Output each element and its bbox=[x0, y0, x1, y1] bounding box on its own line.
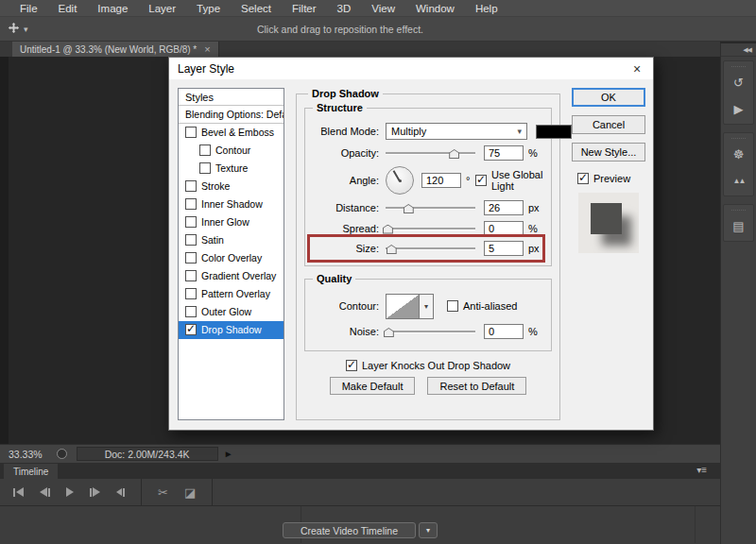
layer-knocks-out-checkbox[interactable] bbox=[346, 360, 357, 371]
make-default-button[interactable]: Make Default bbox=[330, 377, 416, 395]
timeline-type-caret-icon[interactable]: ▾ bbox=[419, 522, 438, 538]
drop-shadow-settings: Drop Shadow Structure Blend Mode: Multip… bbox=[296, 88, 560, 420]
style-checkbox[interactable] bbox=[185, 288, 197, 299]
menu-edit[interactable]: Edit bbox=[48, 3, 88, 14]
blend-mode-select[interactable]: Multiply ▾ bbox=[386, 123, 527, 140]
size-slider-thumb[interactable] bbox=[387, 245, 397, 254]
panel-grip[interactable] bbox=[731, 133, 746, 139]
menu-select[interactable]: Select bbox=[231, 3, 282, 14]
anti-aliased-checkbox[interactable] bbox=[447, 300, 458, 312]
menu-window[interactable]: Window bbox=[405, 3, 465, 14]
spread-slider-thumb[interactable] bbox=[383, 225, 393, 234]
style-checkbox[interactable] bbox=[185, 306, 197, 317]
style-checkbox[interactable] bbox=[185, 216, 197, 228]
styles-item-outer-glow[interactable]: Outer Glow bbox=[179, 303, 284, 321]
contour-picker[interactable] bbox=[386, 294, 420, 319]
styles-item-bevel-emboss[interactable]: Bevel & Emboss bbox=[179, 124, 284, 142]
menu-view[interactable]: View bbox=[361, 3, 405, 14]
distance-slider[interactable] bbox=[386, 202, 475, 213]
first-frame-button[interactable] bbox=[13, 486, 24, 498]
opacity-slider[interactable] bbox=[386, 147, 475, 159]
angle-dial[interactable] bbox=[386, 166, 414, 195]
contour-caret-icon[interactable]: ▾ bbox=[420, 294, 434, 319]
dialog-title-bar[interactable]: Layer Style × bbox=[169, 58, 653, 79]
angle-input[interactable]: 120 bbox=[421, 173, 461, 188]
zoom-level[interactable]: 33.33% bbox=[0, 449, 51, 460]
opacity-slider-thumb[interactable] bbox=[449, 149, 459, 159]
right-panel-dock: ◀◀ ↺ ▶ ☸ ▲▲ ▤ bbox=[720, 43, 756, 544]
timeline-panel-menu-icon[interactable]: ▾≡ bbox=[696, 465, 707, 475]
dialog-close-icon[interactable]: × bbox=[621, 58, 653, 79]
style-checkbox[interactable] bbox=[185, 252, 197, 264]
ok-button[interactable]: OK bbox=[572, 88, 645, 107]
noise-slider-thumb[interactable] bbox=[384, 328, 394, 337]
style-checkbox[interactable] bbox=[185, 198, 197, 210]
status-options-arrow-icon[interactable]: ► bbox=[224, 449, 233, 459]
status-icon bbox=[57, 449, 67, 459]
menu-file[interactable]: File bbox=[9, 3, 48, 14]
create-video-timeline-button[interactable]: Create Video Timeline bbox=[283, 522, 416, 538]
panel-grip[interactable] bbox=[731, 205, 746, 211]
distance-slider-thumb[interactable] bbox=[404, 204, 414, 213]
style-checkbox[interactable] bbox=[199, 162, 211, 174]
history-panel-icon[interactable]: ↺ bbox=[724, 69, 753, 95]
next-frame-button[interactable] bbox=[90, 486, 100, 498]
document-tab-close-icon[interactable]: × bbox=[204, 43, 210, 55]
split-clip-icon[interactable]: ✂ bbox=[158, 485, 168, 500]
use-global-light-checkbox[interactable] bbox=[475, 175, 487, 186]
expand-panels-icon[interactable]: ◀◀ bbox=[721, 43, 756, 57]
shadow-color-swatch[interactable] bbox=[536, 125, 572, 139]
styles-item-inner-shadow[interactable]: Inner Shadow bbox=[179, 196, 284, 213]
styles-item-pattern-overlay[interactable]: Pattern Overlay bbox=[179, 285, 284, 303]
menu-3d[interactable]: 3D bbox=[327, 3, 362, 14]
panel-group-1: ↺ ▶ bbox=[723, 60, 754, 125]
menu-image[interactable]: Image bbox=[87, 3, 138, 14]
menu-layer[interactable]: Layer bbox=[138, 3, 186, 14]
styles-item-color-overlay[interactable]: Color Overlay bbox=[179, 249, 284, 267]
menu-type[interactable]: Type bbox=[186, 3, 231, 14]
blend-mode-row: Blend Mode: Multiply ▾ bbox=[313, 121, 543, 142]
styles-item-blending-options[interactable]: Blending Options: Default bbox=[179, 106, 284, 124]
style-checkbox[interactable] bbox=[185, 127, 197, 138]
styles-item-satin[interactable]: Satin bbox=[179, 231, 284, 249]
styles-item-contour[interactable]: Contour bbox=[179, 142, 284, 160]
options-bar: ▾ Click and drag to reposition the effec… bbox=[0, 17, 756, 42]
transition-icon[interactable]: ◪ bbox=[184, 485, 196, 500]
noise-slider[interactable] bbox=[386, 326, 475, 337]
distance-input[interactable]: 26 bbox=[484, 200, 524, 215]
cancel-button[interactable]: Cancel bbox=[572, 115, 645, 134]
mute-audio-button[interactable] bbox=[116, 486, 125, 498]
styles-item-inner-glow[interactable]: Inner Glow bbox=[179, 213, 284, 231]
structure-group-label: Structure bbox=[313, 102, 367, 113]
menu-help[interactable]: Help bbox=[465, 3, 508, 14]
new-style-button[interactable]: New Style... bbox=[572, 143, 645, 162]
style-checkbox[interactable] bbox=[185, 270, 197, 281]
style-checkbox[interactable] bbox=[199, 144, 211, 156]
spread-input[interactable]: 0 bbox=[484, 221, 524, 236]
style-checkbox[interactable] bbox=[185, 234, 197, 246]
play-button[interactable] bbox=[66, 486, 74, 498]
actions-panel-icon[interactable]: ▶ bbox=[724, 95, 753, 122]
preview-checkbox[interactable] bbox=[577, 173, 589, 184]
noise-row: Noise: 0 % bbox=[313, 321, 543, 342]
panel-grip[interactable] bbox=[731, 61, 746, 67]
size-input[interactable]: 5 bbox=[484, 241, 524, 256]
style-checkbox[interactable] bbox=[185, 180, 197, 192]
timeline-tab[interactable]: Timeline bbox=[4, 464, 58, 479]
styles-item-gradient-overlay[interactable]: Gradient Overlay bbox=[179, 267, 284, 285]
menu-filter[interactable]: Filter bbox=[282, 3, 327, 14]
histogram-panel-icon[interactable]: ▲▲ bbox=[724, 167, 753, 194]
noise-input[interactable]: 0 bbox=[484, 324, 524, 339]
opacity-input[interactable]: 75 bbox=[484, 145, 524, 161]
styles-item-drop-shadow[interactable]: Drop Shadow bbox=[179, 321, 284, 339]
size-slider[interactable] bbox=[386, 243, 475, 254]
document-tab[interactable]: Untitled-1 @ 33.3% (New World, RGB/8) * … bbox=[12, 42, 219, 57]
styles-item-stroke[interactable]: Stroke bbox=[179, 178, 284, 196]
styles-item-texture[interactable]: Texture bbox=[179, 160, 284, 178]
previous-frame-button[interactable] bbox=[40, 486, 50, 498]
style-checkbox[interactable] bbox=[185, 324, 197, 335]
properties-panel-icon[interactable]: ▤ bbox=[724, 212, 753, 239]
reset-to-default-button[interactable]: Reset to Default bbox=[427, 377, 526, 395]
adjustments-panel-icon[interactable]: ☸ bbox=[724, 141, 753, 167]
spread-slider[interactable] bbox=[386, 223, 475, 234]
